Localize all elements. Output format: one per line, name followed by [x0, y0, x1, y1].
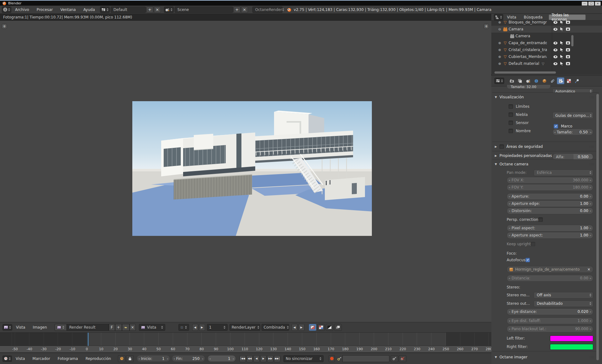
property-row[interactable]: Aperture aspect: ◂ Aperture aspect: 1.00…	[507, 232, 593, 239]
minimize-button[interactable]: —	[582, 2, 588, 6]
outliner-item-label[interactable]: Bloques_de_hormign	[509, 21, 547, 24]
add-layout-button[interactable]: +	[146, 7, 153, 13]
panel-grip-icon[interactable]: ::::	[589, 145, 594, 148]
property-row[interactable]: Distancia: ◂ Distancia: 0.00 ▸ 0.00 Dist…	[507, 275, 593, 282]
property-row[interactable]: Persp. correction ◂ Persp. correction ▸ …	[507, 216, 593, 223]
menu-item[interactable]: Marcador	[29, 356, 54, 361]
decrement-icon[interactable]: ◂	[137, 357, 141, 360]
previous-pass-button[interactable]: ◀	[292, 324, 298, 331]
increment-icon[interactable]: ▸	[588, 277, 593, 280]
eye-icon[interactable]	[553, 62, 557, 65]
composition-guides-select[interactable]: Guías de compo...	[552, 112, 593, 119]
playback-button[interactable]: ◀◀	[246, 355, 253, 362]
outliner-item-label[interactable]: Default material	[509, 61, 539, 66]
cursor-select-icon[interactable]	[560, 48, 563, 52]
playback-button[interactable]: ▶	[260, 355, 267, 362]
fog-size-field[interactable]: ◂ Tamaño: 0.50 ▸	[552, 129, 593, 135]
marco-checkbox[interactable]	[554, 124, 558, 128]
decrement-icon[interactable]: ◂	[507, 195, 512, 198]
outliner-item-label[interactable]: Capa_de_entramado_me	[509, 41, 547, 45]
previous-slot-button[interactable]: ◀	[192, 324, 198, 331]
playback-button[interactable]: ▶▶|	[274, 355, 280, 362]
keying-set-field[interactable]	[342, 355, 389, 362]
render-engine-select[interactable]: OctaneRender	[252, 7, 283, 13]
outliner-horizontal-scrollbar[interactable]	[494, 71, 556, 74]
render-pass-select[interactable]: Combinada	[261, 324, 289, 331]
expander-icon[interactable]: ⊕	[498, 55, 503, 59]
menu-item[interactable]: Archivo	[11, 8, 33, 12]
dropdown-field[interactable]: Off axis	[534, 292, 593, 299]
frame-end-field[interactable]: ◂ Fin: 250 ▸	[172, 355, 205, 362]
panel-header-propiedades-personalizadas[interactable]: ▶ Propiedades personalizadas ::::	[495, 153, 596, 159]
expander-icon[interactable]: ⊕	[498, 41, 503, 45]
number-field[interactable]: ◂ Aperture edge: 1.00 ▸	[507, 200, 593, 207]
property-row[interactable]: Eye distance: ◂ Eye distance: 0.020 ▸ 0.…	[507, 308, 593, 315]
auto-keyframe-button[interactable]	[329, 355, 335, 362]
eye-icon[interactable]	[553, 28, 557, 31]
render-layer-select[interactable]: RenderLayer	[230, 324, 260, 331]
tab-render[interactable]	[508, 77, 515, 84]
property-row[interactable]: Stereo mo... ◂ Stereo mo... Off axis ▸ O…	[507, 292, 593, 299]
editor-type-button[interactable]	[494, 14, 503, 20]
scene-field[interactable]: Scene	[175, 7, 233, 13]
checkbox[interactable]	[509, 104, 513, 109]
screen-layout-field[interactable]: Default	[111, 7, 146, 13]
open-image-button[interactable]	[122, 324, 129, 331]
maximize-button[interactable]: ▢	[588, 2, 594, 6]
property-row[interactable]: Keep upright ◂ Keep upright ▸ Keep uprig…	[507, 241, 593, 247]
next-pass-button[interactable]: ▶	[298, 324, 304, 331]
lock-button[interactable]	[126, 355, 134, 362]
property-row[interactable]: Pan mode: ◂ Pan mode: Esférica ▸ Esféric…	[507, 169, 593, 176]
number-field[interactable]: ◂ Eye dist. falloff: 1.000 ▸	[507, 318, 593, 324]
panel-header-octane-imager[interactable]: ▼ Octane imager ::::	[495, 354, 596, 360]
material-field[interactable]: Hormign_regla_de_arena/cemento ×	[507, 266, 593, 273]
playback-button[interactable]: ▶▶	[267, 355, 273, 362]
render-visibility-icon[interactable]	[566, 28, 570, 31]
next-slot-button[interactable]: ▶	[199, 324, 205, 331]
checkbox[interactable]	[509, 112, 513, 117]
decrement-icon[interactable]: ◂	[172, 357, 176, 360]
delete-scene-button[interactable]: ×	[241, 7, 248, 13]
display-zbuffer-button[interactable]	[334, 324, 342, 331]
increment-icon[interactable]: ▸	[166, 357, 170, 360]
property-row[interactable]: Pixel aspect: ◂ Pixel aspect: 1.00 ▸ 1.0…	[507, 225, 593, 231]
checkbox-row[interactable]: Sensor	[509, 120, 531, 125]
safe-areas-checkbox[interactable]	[499, 144, 504, 149]
increment-icon[interactable]: ▸	[588, 319, 593, 322]
increment-icon[interactable]: ▸	[588, 327, 593, 330]
decrement-icon[interactable]: ◂	[507, 234, 512, 237]
increment-icon[interactable]: ▸	[589, 131, 593, 134]
decrement-icon[interactable]: ◂	[507, 179, 512, 182]
tab-render-layers[interactable]	[516, 77, 524, 84]
outliner-row[interactable]: ▽ Camera ▽	[491, 33, 602, 39]
delete-keyframe-button[interactable]	[399, 355, 406, 362]
outliner-row[interactable]: ⊕ ▽ Capa_de_entramado_me ▽	[491, 39, 602, 46]
display-color-alpha-button[interactable]	[309, 324, 316, 331]
eye-icon[interactable]	[553, 42, 557, 44]
outliner-item-label[interactable]: Cubiertas_Membrana_EP	[509, 55, 547, 59]
image-browse-button[interactable]	[55, 324, 67, 331]
expander-icon[interactable]: ⊖	[498, 27, 503, 31]
expand-region-plus-icon[interactable]: +	[2, 24, 7, 29]
checkbox-row[interactable]: Límites	[509, 104, 531, 109]
render-visibility-icon[interactable]	[566, 55, 570, 58]
tab-object[interactable]	[541, 77, 548, 84]
tab-texture[interactable]	[565, 77, 573, 84]
increment-icon[interactable]: ▸	[588, 195, 593, 198]
dropdown-field[interactable]: Esférica	[534, 169, 593, 176]
outliner-row[interactable]: ⊕ ▽ Cristal_cristalera_transpa ▽	[491, 46, 602, 53]
eye-icon[interactable]	[553, 49, 557, 51]
render-visibility-icon[interactable]	[566, 41, 570, 44]
menu-item[interactable]: Ayuda	[80, 8, 99, 12]
cursor-select-icon[interactable]	[560, 41, 563, 45]
increment-icon[interactable]: ▸	[588, 179, 593, 182]
tab-camera-data[interactable]	[557, 77, 564, 84]
checkbox[interactable]	[538, 217, 543, 222]
expander-icon[interactable]: ⊕	[498, 62, 503, 66]
menu-item[interactable]: Búsqueda	[520, 15, 547, 19]
new-image-button[interactable]: +	[115, 324, 122, 331]
property-row[interactable]: Distorsión: ◂ Distorsión: 0.00 ▸ 0.00 Di…	[507, 207, 593, 214]
panel-header-visualizacion[interactable]: ▼ Visualización ::::	[495, 94, 596, 100]
checkbox[interactable]	[509, 129, 513, 133]
menu-item[interactable]: Vista	[12, 356, 29, 361]
